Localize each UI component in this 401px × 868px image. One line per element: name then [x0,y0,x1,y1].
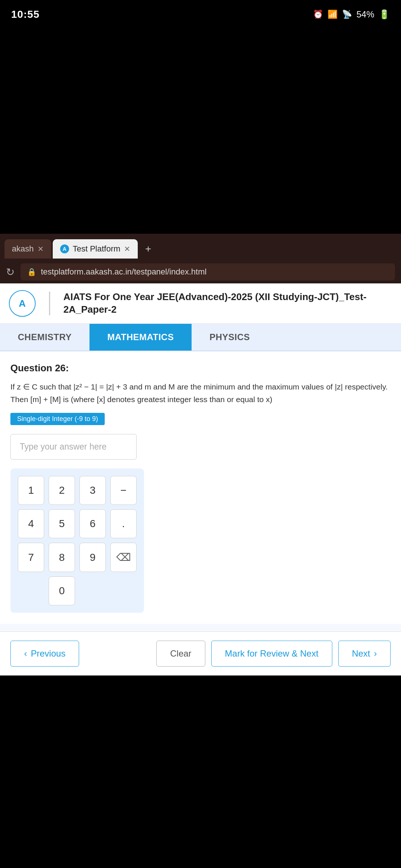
key-2[interactable]: 2 [49,476,75,505]
address-bar: ↻ 🔒 testplatform.aakash.ac.in/testpanel/… [0,260,401,283]
key-4[interactable]: 4 [18,509,44,538]
status-time: 10:55 [11,9,40,20]
browser-chrome: akash ✕ A Test Platform ✕ + ↻ 🔒 testplat… [0,234,401,283]
nav-right-group: Clear Mark for Review & Next Next › [156,641,391,667]
black-top-area [0,26,401,234]
battery-text: 54% [356,9,374,20]
key-3[interactable]: 3 [79,476,106,505]
answer-input[interactable]: Type your answer here [10,434,137,460]
refresh-icon[interactable]: ↻ [6,266,14,278]
black-bottom-area [0,675,401,868]
key-1[interactable]: 1 [18,476,44,505]
site-header: A AIATS For One Year JEE(Advanced)-2025 … [0,283,401,324]
status-bar: 10:55 ⏰ 📶 📡 54% 🔋 [0,0,401,26]
tab-bar: akash ✕ A Test Platform ✕ + [0,234,401,260]
header-title: AIATS For One Year JEE(Advanced)-2025 (X… [63,291,392,316]
tab-physics[interactable]: PHYSICS [192,324,268,351]
key-6[interactable]: 6 [79,509,106,538]
tab-close-akash[interactable]: ✕ [38,244,44,253]
key-0[interactable]: 0 [49,576,75,605]
browser-tab-inactive[interactable]: akash ✕ [4,239,51,259]
tab-label-platform: Test Platform [73,244,120,254]
key-7[interactable]: 7 [18,543,44,572]
logo-area: A [9,290,36,317]
tab-mathematics[interactable]: MATHEMATICS [89,324,192,351]
question-text: If z ∈ C such that |z² − 1| = |z| + 3 an… [10,381,391,405]
status-icons: ⏰ 📶 📡 54% 🔋 [313,9,390,20]
key-dot[interactable]: . [110,509,137,538]
browser-tab-active[interactable]: A Test Platform ✕ [53,239,138,259]
question-area: Question 26: If z ∈ C such that |z² − 1|… [0,351,401,624]
logo-letter: A [19,298,26,309]
next-chevron-icon: › [374,648,377,659]
key-8[interactable]: 8 [49,543,75,572]
question-badge: Single-digit Integer (-9 to 9) [10,413,105,425]
header-divider [49,292,50,315]
signal-icon: 📡 [342,10,352,19]
numeric-keypad: 1 2 3 − 4 5 6 . 7 8 9 ⌫ 0 [10,468,144,613]
clear-button[interactable]: Clear [156,641,205,667]
aakash-favicon: A [60,244,69,253]
key-backspace[interactable]: ⌫ [110,543,137,572]
logo-circle: A [9,290,36,317]
lock-icon: 🔒 [27,267,36,276]
main-content: A AIATS For One Year JEE(Advanced)-2025 … [0,283,401,675]
new-tab-button[interactable]: + [139,240,157,258]
next-button[interactable]: Next › [338,641,391,667]
url-text: testplatform.aakash.ac.in/testpanel/inde… [41,267,206,277]
previous-button[interactable]: ‹ Previous [10,641,79,667]
tab-label-akash: akash [12,244,34,254]
url-bar[interactable]: 🔒 testplatform.aakash.ac.in/testpanel/in… [20,263,395,280]
question-number: Question 26: [10,362,391,374]
battery-icon: 🔋 [379,9,390,20]
key-5[interactable]: 5 [49,509,75,538]
key-minus[interactable]: − [110,476,137,505]
mark-review-button[interactable]: Mark for Review & Next [211,641,332,667]
alarm-icon: ⏰ [313,10,323,19]
bottom-navigation: ‹ Previous Clear Mark for Review & Next … [0,631,401,675]
key-9[interactable]: 9 [79,543,106,572]
prev-chevron-icon: ‹ [24,648,27,659]
wifi-icon: 📶 [327,10,338,19]
tab-chemistry[interactable]: CHEMISTRY [0,324,89,351]
tab-close-platform[interactable]: ✕ [124,244,130,253]
subject-tabs: CHEMISTRY MATHEMATICS PHYSICS [0,324,401,351]
